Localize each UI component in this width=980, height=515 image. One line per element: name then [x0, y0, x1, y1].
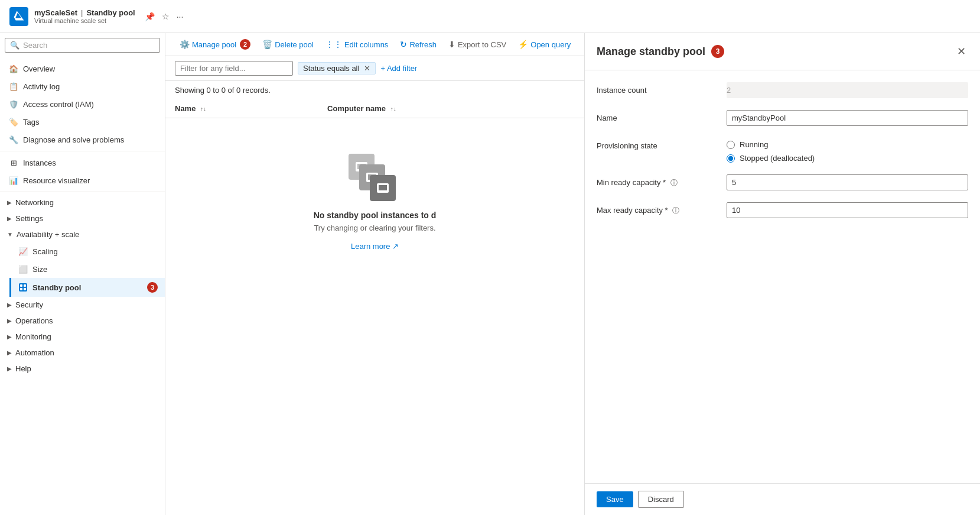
sidebar-item-diagnose[interactable]: 🔧 Diagnose and solve problems	[0, 131, 165, 148]
table-header-row: Name ↑↓ Computer name ↑↓	[165, 99, 584, 118]
vm-icon-3	[370, 175, 396, 201]
records-info: Showing 0 to 0 of 0 records.	[165, 81, 584, 99]
nav-group-label: Security	[15, 300, 43, 309]
nav-group-monitoring[interactable]: ▶ Monitoring	[0, 329, 165, 345]
learn-more-text: Learn more	[351, 242, 390, 251]
edit-columns-button[interactable]: ⋮⋮ Edit columns	[321, 37, 393, 51]
top-header: myScaleSet | Standby pool Virtual machin…	[0, 0, 980, 33]
add-filter-button[interactable]: + Add filter	[380, 64, 417, 73]
nav-group-networking[interactable]: ▶ Networking	[0, 195, 165, 210]
discard-button[interactable]: Discard	[638, 491, 684, 508]
svg-rect-3	[20, 288, 22, 290]
form-row-instance-count: Instance count 2	[597, 82, 968, 98]
instance-count-label: Instance count	[597, 82, 715, 95]
chevron-right-icon: ▶	[7, 318, 12, 324]
home-icon: 🏠	[9, 64, 18, 73]
nav-section: 🏠 Overview 📋 Activity log 🛡️ Access cont…	[0, 57, 165, 379]
sidebar-item-label: Size	[32, 265, 158, 274]
sidebar-item-label: Activity log	[23, 82, 158, 91]
sidebar-item-instances[interactable]: ⊞ Instances	[0, 154, 165, 171]
form-row-min-ready: Min ready capacity * ⓘ	[597, 174, 968, 190]
main-layout: 🔍 🏠 Overview 📋 Activity log 🛡️ Access co…	[0, 33, 980, 515]
manage-pool-button[interactable]: ⚙️ Manage pool 2	[175, 37, 255, 52]
name-input[interactable]	[727, 110, 968, 126]
chevron-right-icon: ▶	[7, 302, 12, 308]
max-ready-input[interactable]	[727, 202, 968, 218]
panel-header: Manage standby pool 3 ✕	[585, 33, 980, 70]
sidebar-item-tags[interactable]: 🏷️ Tags	[0, 113, 165, 131]
delete-pool-button[interactable]: 🗑️ Delete pool	[258, 37, 318, 51]
radio-stopped-label: Stopped (deallocated)	[740, 154, 815, 163]
sidebar-item-label: Resource visualizer	[23, 176, 158, 185]
panel-footer: Save Discard	[585, 483, 980, 515]
nav-group-operations[interactable]: ▶ Operations	[0, 313, 165, 329]
empty-state-subtitle: Try changing or clearing your filters.	[314, 224, 435, 232]
open-query-button[interactable]: ⚡ Open query	[513, 37, 575, 51]
svg-rect-2	[24, 284, 26, 287]
nav-divider-2	[0, 192, 165, 192]
manage-pool-label: Manage pool	[192, 40, 236, 49]
name-value	[727, 110, 968, 126]
refresh-label: Refresh	[409, 40, 437, 49]
instance-count-value: 2	[727, 82, 968, 98]
min-ready-input[interactable]	[727, 174, 968, 190]
nav-group-label: Automation	[15, 348, 54, 357]
radio-option-running[interactable]: Running	[727, 140, 968, 149]
learn-more-link[interactable]: Learn more ↗	[351, 242, 399, 251]
nav-group-security[interactable]: ▶ Security	[0, 297, 165, 313]
instances-icon: ⊞	[9, 158, 18, 167]
export-csv-label: Export to CSV	[458, 40, 506, 49]
radio-option-stopped[interactable]: Stopped (deallocated)	[727, 154, 968, 163]
open-query-label: Open query	[530, 40, 571, 49]
nav-group-label: Availability + scale	[17, 230, 79, 239]
search-input[interactable]	[23, 41, 155, 50]
nav-group-availability-children: 📈 Scaling ⬜ Size Standby pool 3	[0, 242, 165, 297]
radio-running[interactable]	[727, 141, 735, 149]
sidebar-item-overview[interactable]: 🏠 Overview	[0, 60, 165, 77]
open-query-icon: ⚡	[518, 40, 528, 49]
max-ready-info-icon[interactable]: ⓘ	[672, 206, 679, 215]
sidebar-item-label: Access control (IAM)	[23, 100, 158, 109]
min-ready-info-icon[interactable]: ⓘ	[670, 179, 678, 187]
radio-stopped[interactable]	[727, 154, 735, 163]
sidebar-item-access-control[interactable]: 🛡️ Access control (IAM)	[0, 95, 165, 113]
nav-group-help[interactable]: ▶ Help	[0, 361, 165, 377]
sidebar-item-size[interactable]: ⬜ Size	[9, 260, 165, 278]
panel-close-button[interactable]: ✕	[955, 43, 968, 60]
page-title: myScaleSet | Standby pool	[34, 8, 135, 17]
header-title-group: myScaleSet | Standby pool Virtual machin…	[34, 8, 135, 24]
nav-group-availability[interactable]: ▼ Availability + scale	[0, 226, 165, 242]
nav-group-label: Help	[15, 364, 31, 373]
sidebar-item-label: Overview	[23, 64, 158, 73]
save-button[interactable]: Save	[597, 491, 633, 507]
manage-pool-icon: ⚙️	[180, 40, 190, 49]
toolbar: ⚙️ Manage pool 2 🗑️ Delete pool ⋮⋮ Edit …	[165, 33, 584, 56]
filter-bar: Status equals all ✕ + Add filter	[165, 56, 584, 81]
page-name: Standby pool	[86, 8, 135, 17]
pin-icon-button[interactable]: 📌	[144, 11, 156, 22]
nav-group-label: Operations	[15, 316, 53, 325]
favorite-icon-button[interactable]: ☆	[161, 11, 171, 22]
search-box[interactable]: 🔍	[5, 38, 160, 53]
sidebar-item-activity-log[interactable]: 📋 Activity log	[0, 77, 165, 95]
manage-pool-badge: 2	[240, 39, 250, 50]
more-options-button[interactable]: ···	[175, 11, 185, 22]
sidebar-item-standby-pool[interactable]: Standby pool 3	[9, 278, 165, 297]
nav-group-settings[interactable]: ▶ Settings	[0, 210, 165, 226]
filter-close-icon[interactable]: ✕	[364, 64, 370, 73]
refresh-button[interactable]: ↻ Refresh	[395, 37, 441, 51]
col-name[interactable]: Name ↑↓	[165, 99, 318, 118]
sidebar-item-resource-visualizer[interactable]: 📊 Resource visualizer	[0, 171, 165, 189]
sidebar-item-label: Scaling	[32, 247, 158, 256]
search-icon: 🔍	[10, 41, 19, 50]
col-computer-name[interactable]: Computer name ↑↓	[318, 99, 584, 118]
provisioning-state-value: Running Stopped (deallocated)	[727, 138, 968, 163]
empty-state-title: No standby pool instances to d	[314, 210, 437, 220]
export-csv-button[interactable]: ⬇ Export to CSV	[444, 37, 511, 51]
sidebar-item-label: Diagnose and solve problems	[23, 135, 158, 144]
provisioning-state-label: Provisioning state	[597, 138, 715, 150]
filter-input[interactable]	[175, 61, 293, 76]
edit-columns-label: Edit columns	[344, 40, 388, 49]
sidebar-item-scaling[interactable]: 📈 Scaling	[9, 242, 165, 260]
nav-group-automation[interactable]: ▶ Automation	[0, 345, 165, 361]
